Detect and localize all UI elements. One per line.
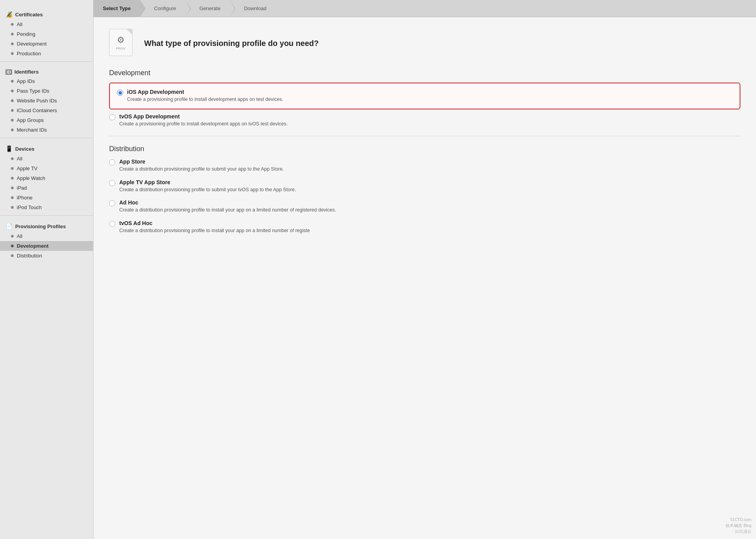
provisioning-icon: 📄 bbox=[5, 223, 13, 230]
sidebar-item-label: All bbox=[17, 21, 22, 27]
sidebar-section-label-identifiers: Identifiers bbox=[14, 69, 39, 75]
sidebar-item-label: All bbox=[17, 156, 22, 162]
sidebar-section-certificates: 🔏 Certificates bbox=[0, 8, 93, 19]
sidebar-item-app-ids[interactable]: App IDs bbox=[0, 76, 93, 86]
sidebar-section-devices: 📱 Devices bbox=[0, 142, 93, 154]
sidebar-item-website-push-ids[interactable]: Website Push IDs bbox=[0, 96, 93, 106]
radio-ad-hoc[interactable] bbox=[109, 200, 115, 206]
sidebar-item-cert-all[interactable]: All bbox=[0, 19, 93, 29]
sidebar-item-label: iPad bbox=[17, 185, 27, 191]
sidebar-item-cert-production[interactable]: Production bbox=[0, 49, 93, 58]
bullet-icon bbox=[11, 109, 14, 112]
option-ad-hoc[interactable]: Ad Hoc Create a distribution provisionin… bbox=[109, 199, 740, 214]
sidebar-item-cert-development[interactable]: Development bbox=[0, 39, 93, 49]
prov-icon-label: PROV bbox=[116, 47, 126, 50]
bullet-icon bbox=[11, 99, 14, 102]
sidebar-item-label: Pending bbox=[17, 31, 35, 37]
sidebar-item-cert-pending[interactable]: Pending bbox=[0, 29, 93, 39]
bullet-icon bbox=[11, 80, 14, 83]
sidebar-item-prov-distribution[interactable]: Distribution bbox=[0, 251, 93, 261]
page-title: What type of provisioning profile do you… bbox=[144, 39, 319, 48]
bullet-icon bbox=[11, 177, 14, 180]
sidebar-item-label: Apple Watch bbox=[17, 175, 45, 181]
step-select-type-label: Select Type bbox=[103, 5, 131, 11]
sidebar-section-label-certificates: Certificates bbox=[15, 12, 43, 18]
bullet-icon bbox=[11, 245, 14, 247]
radio-circle-unchecked bbox=[109, 221, 115, 227]
sidebar-item-label: Apple TV bbox=[17, 166, 37, 171]
step-configure[interactable]: Configure bbox=[140, 0, 185, 17]
sidebar-item-app-groups[interactable]: App Groups bbox=[0, 115, 93, 125]
option-ios-app-development[interactable]: iOS App Development Create a provisionin… bbox=[109, 83, 740, 109]
radio-circle-unchecked bbox=[109, 200, 115, 206]
option-desc-ios-app-development: Create a provisioning profile to install… bbox=[127, 96, 283, 103]
sidebar-section-provisioning: 📄 Provisioning Profiles bbox=[0, 220, 93, 231]
step-bar: Select Type Configure Generate Download bbox=[94, 0, 756, 17]
sidebar-item-label: Development bbox=[17, 41, 47, 47]
radio-tvos-ad-hoc[interactable] bbox=[109, 221, 115, 227]
distribution-section-title: Distribution bbox=[109, 145, 740, 153]
sidebar-item-prov-development[interactable]: Development bbox=[0, 241, 93, 251]
certificates-icon: 🔏 bbox=[5, 11, 13, 18]
sidebar-item-label: iPod Touch bbox=[17, 204, 42, 210]
option-desc-apple-tv-app-store: Create a distribution provisioning profi… bbox=[119, 187, 296, 194]
sidebar-item-label: All bbox=[17, 233, 22, 239]
sidebar: 🔏 Certificates All Pending Development P… bbox=[0, 0, 94, 539]
option-desc-tvos-app-development: Create a provisioning profile to install… bbox=[119, 121, 288, 128]
option-desc-tvos-ad-hoc: Create a distribution provisioning profi… bbox=[119, 227, 310, 234]
provisioning-file-icon: ⚙ PROV bbox=[109, 29, 136, 58]
option-title-ios-app-development: iOS App Development bbox=[127, 89, 283, 95]
option-tvos-app-development[interactable]: tvOS App Development Create a provisioni… bbox=[109, 113, 740, 128]
sidebar-item-merchant-ids[interactable]: Merchant IDs bbox=[0, 125, 93, 135]
option-title-app-store: App Store bbox=[119, 159, 284, 165]
sidebar-section-label-provisioning: Provisioning Profiles bbox=[15, 224, 66, 229]
bullet-icon bbox=[11, 157, 14, 160]
sidebar-item-ipad[interactable]: iPad bbox=[0, 183, 93, 193]
content-area: ⚙ PROV What type of provisioning profile… bbox=[94, 17, 756, 539]
step-generate-label: Generate bbox=[200, 5, 221, 11]
sidebar-item-pass-type-ids[interactable]: Pass Type IDs bbox=[0, 86, 93, 96]
option-apple-tv-app-store[interactable]: Apple TV App Store Create a distribution… bbox=[109, 179, 740, 194]
page-header: ⚙ PROV What type of provisioning profile… bbox=[109, 29, 740, 58]
step-configure-label: Configure bbox=[154, 5, 176, 11]
sidebar-item-icloud-containers[interactable]: iCloud Containers bbox=[0, 106, 93, 115]
sidebar-item-devices-all[interactable]: All bbox=[0, 154, 93, 164]
radio-tvos-app-development[interactable] bbox=[109, 114, 115, 120]
sidebar-item-prov-all[interactable]: All bbox=[0, 231, 93, 241]
bullet-icon bbox=[11, 33, 14, 35]
identifiers-icon: ID bbox=[5, 69, 12, 75]
step-generate[interactable]: Generate bbox=[185, 0, 230, 17]
bullet-icon bbox=[11, 90, 14, 92]
radio-circle-checked bbox=[117, 90, 123, 96]
sidebar-item-label: Website Push IDs bbox=[17, 98, 57, 104]
section-divider bbox=[109, 136, 740, 136]
sidebar-item-label: App Groups bbox=[17, 117, 44, 123]
option-app-store[interactable]: App Store Create a distribution provisio… bbox=[109, 159, 740, 173]
radio-ios-app-development[interactable] bbox=[117, 90, 123, 96]
sidebar-item-ipod-touch[interactable]: iPod Touch bbox=[0, 203, 93, 212]
option-desc-app-store: Create a distribution provisioning profi… bbox=[119, 166, 284, 173]
sidebar-item-apple-watch[interactable]: Apple Watch bbox=[0, 173, 93, 183]
sidebar-item-iphone[interactable]: iPhone bbox=[0, 193, 93, 203]
radio-app-store[interactable] bbox=[109, 159, 115, 166]
devices-icon: 📱 bbox=[5, 145, 13, 152]
bullet-icon bbox=[11, 119, 14, 122]
option-title-tvos-ad-hoc: tvOS Ad Hoc bbox=[119, 220, 310, 226]
sidebar-item-label: iPhone bbox=[17, 195, 32, 201]
step-download[interactable]: Download bbox=[230, 0, 276, 17]
step-select-type[interactable]: Select Type bbox=[94, 0, 140, 17]
sidebar-item-apple-tv[interactable]: Apple TV bbox=[0, 164, 93, 173]
option-tvos-ad-hoc[interactable]: tvOS Ad Hoc Create a distribution provis… bbox=[109, 220, 740, 234]
bullet-icon bbox=[11, 196, 14, 199]
sidebar-item-label: iCloud Containers bbox=[17, 107, 57, 113]
development-section-title: Development bbox=[109, 69, 740, 77]
bullet-icon bbox=[11, 206, 14, 209]
sidebar-section-identifiers: ID Identifiers bbox=[0, 66, 93, 76]
radio-circle-unchecked bbox=[109, 114, 115, 120]
sidebar-section-label-devices: Devices bbox=[15, 146, 34, 152]
option-title-ad-hoc: Ad Hoc bbox=[119, 199, 336, 206]
radio-apple-tv-app-store[interactable] bbox=[109, 180, 115, 186]
option-desc-ad-hoc: Create a distribution provisioning profi… bbox=[119, 207, 336, 214]
sidebar-item-label: App IDs bbox=[17, 78, 35, 84]
radio-circle-unchecked bbox=[109, 159, 115, 166]
